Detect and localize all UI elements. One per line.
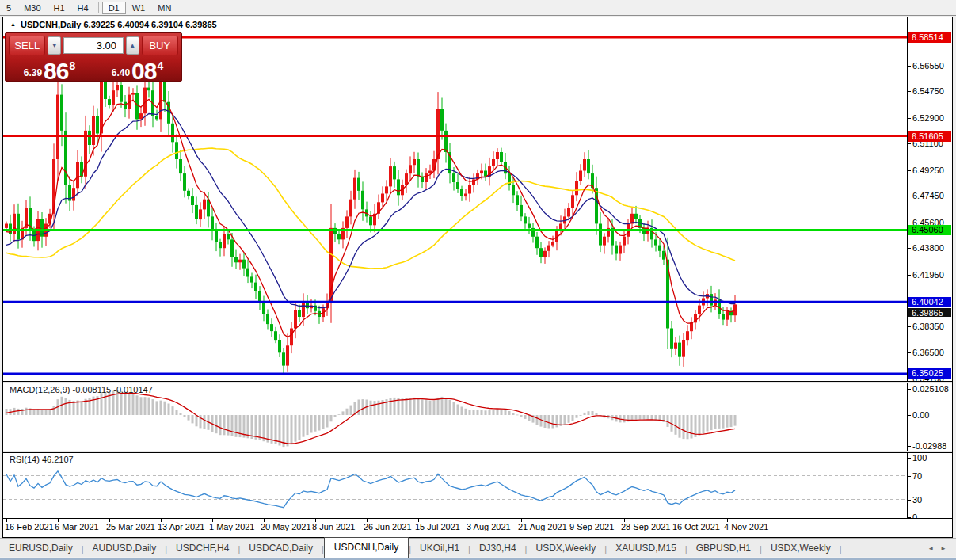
- tab-usdx-weekly[interactable]: USDX,Weekly: [527, 539, 604, 558]
- rsi-axis-label: 30: [912, 495, 922, 505]
- rsi-axis-tick: [908, 500, 911, 501]
- pane-splitter[interactable]: [3, 381, 952, 383]
- tab-scroll-right-icon[interactable]: ►: [940, 545, 946, 552]
- macd-axis-tick: [908, 446, 911, 447]
- tab-audusd-daily[interactable]: AUDUSD,Daily: [84, 539, 166, 558]
- tab-scroll-left-icon[interactable]: ◄: [927, 545, 934, 552]
- macd-axis-label: 0.00: [912, 410, 929, 420]
- macd-axis-tick: [908, 415, 911, 416]
- chart-title: ▲ USDCNH,Daily 6.39225 6.40094 6.39104 6…: [10, 20, 217, 29]
- price-axis-tick: [908, 379, 911, 379]
- tab-gbpusd-h1[interactable]: GBPUSD,H1: [687, 539, 760, 558]
- price-axis-tick: [908, 66, 911, 67]
- buy-price-prefix: 6.40: [112, 67, 130, 78]
- buy-button[interactable]: BUY: [142, 36, 178, 55]
- toolbar-timeframe-5[interactable]: 5: [0, 2, 17, 14]
- pane-splitter[interactable]: [3, 451, 952, 453]
- price-axis-tick: [908, 91, 911, 92]
- date-axis-label: 15 Jul 2021: [415, 522, 460, 531]
- macd-axis-tick: [908, 389, 911, 390]
- buy-price-pip-digit: 4: [157, 59, 163, 72]
- sell-price-display[interactable]: 6.39 86 8: [6, 57, 93, 82]
- date-axis-label: 21 Aug 2021: [518, 522, 567, 531]
- sell-button[interactable]: SELL: [9, 36, 45, 55]
- tab-usdx-weekly[interactable]: USDX,Weekly: [762, 539, 840, 558]
- level-price-badge: 6.35025: [908, 368, 951, 379]
- volume-input[interactable]: [63, 37, 124, 54]
- buy-price-display[interactable]: 6.40 08 4: [94, 57, 181, 82]
- date-axis-label: 9 Sep 2021: [569, 522, 614, 531]
- rsi-axis-label: 70: [912, 471, 922, 481]
- chevron-down-icon: ▼: [51, 42, 58, 49]
- macd-axis-label: -0.02988: [912, 441, 946, 451]
- price-axis-label: 6.52900: [912, 113, 944, 123]
- bid-price-badge: 6.39865: [908, 308, 951, 317]
- price-axis-label: 6.54750: [912, 86, 944, 96]
- price-axis-label: 6.47450: [912, 191, 944, 200]
- collapse-triangle-icon[interactable]: ▲: [10, 21, 16, 27]
- rsi-axis-tick: [908, 476, 911, 477]
- rsi-chart: [3, 453, 907, 518]
- price-pane[interactable]: ▲ USDCNH,Daily 6.39225 6.40094 6.39104 6…: [3, 17, 907, 381]
- price-axis-label: 6.49250: [912, 166, 944, 175]
- status-bar-edge: [0, 557, 956, 560]
- volume-decrease-button[interactable]: ▼: [48, 36, 61, 55]
- buy-price-big-digits: 08: [131, 61, 156, 82]
- tab-xauusd-m15[interactable]: XAUUSD,M15: [607, 539, 685, 558]
- chevron-up-icon: ▲: [129, 42, 135, 49]
- chart-ohlc-values: 6.39225 6.40094 6.39104 6.39865: [83, 20, 216, 29]
- price-axis-label: 6.38350: [912, 322, 944, 331]
- chart-tab-bar: EURUSD,Daily|AUDUSD,Daily|USDCHF,H4|USDC…: [0, 538, 956, 558]
- level-price-badge: 6.58514: [908, 32, 951, 43]
- timeframe-toolbar: 5M30H1H4D1W1MN: [0, 0, 956, 16]
- price-axis-tick: [908, 196, 911, 196]
- one-click-trade-panel: SELL ▼ ▲ BUY 6.39 86 8 6.40 08: [5, 32, 182, 82]
- date-axis-label: 20 May 2021: [261, 522, 311, 531]
- date-axis-label: 16 Feb 2021: [5, 522, 54, 531]
- price-axis[interactable]: 6.565506.547506.529006.511006.492506.474…: [907, 17, 952, 518]
- price-axis-tick: [908, 170, 911, 171]
- price-axis-label: 6.56550: [912, 61, 944, 70]
- tab-usdchf-h4[interactable]: USDCHF,H4: [167, 539, 238, 558]
- toolbar-timeframe-m30[interactable]: M30: [17, 2, 47, 14]
- rsi-axis-tick: [908, 458, 911, 459]
- macd-axis-label: 0.025108: [912, 384, 949, 394]
- level-price-badge: 6.40042: [908, 297, 951, 307]
- sell-price-prefix: 6.39: [24, 67, 42, 78]
- date-axis-label: 1 May 2021: [209, 522, 254, 531]
- date-axis-label: 16 Oct 2021: [672, 522, 720, 531]
- date-axis-label: 26 Jun 2021: [364, 522, 412, 531]
- date-axis-label: 8 Jun 2021: [312, 522, 355, 531]
- price-axis-label: 6.36500: [912, 348, 944, 357]
- date-axis-label: 4 Nov 2021: [724, 522, 768, 531]
- tab-ukoil-h1[interactable]: UKOil,H1: [411, 539, 468, 558]
- price-axis-label: 6.41950: [912, 270, 944, 280]
- toolbar-timeframe-h1[interactable]: H1: [48, 2, 71, 14]
- tab-dj30-h4[interactable]: DJ30,H4: [470, 539, 525, 558]
- date-axis-label: 28 Sep 2021: [621, 522, 670, 531]
- date-axis-label: 13 Apr 2021: [158, 522, 204, 531]
- toolbar-timeframe-h4[interactable]: H4: [71, 2, 95, 14]
- tab-scroll-arrows: ◄►: [927, 545, 956, 558]
- volume-increase-button[interactable]: ▲: [126, 36, 139, 55]
- tab-eurusd-daily[interactable]: EURUSD,Daily: [0, 539, 82, 558]
- rsi-pane[interactable]: RSI(14) 46.2107: [3, 453, 907, 518]
- price-axis-label: 6.43800: [912, 243, 944, 253]
- chart-window: ▲ USDCNH,Daily 6.39225 6.40094 6.39104 6…: [2, 17, 953, 538]
- chart-symbol-label: USDCNH,Daily: [21, 20, 81, 29]
- price-axis-tick: [908, 118, 911, 119]
- price-axis-tick: [908, 143, 911, 144]
- level-price-badge: 6.45060: [908, 225, 951, 235]
- toolbar-timeframe-w1[interactable]: W1: [126, 2, 152, 14]
- macd-pane[interactable]: MACD(12,26,9) -0.008115 -0.010147: [3, 383, 907, 451]
- price-axis-tick: [908, 223, 911, 223]
- sell-price-pip-digit: 8: [69, 59, 75, 72]
- toolbar-timeframe-d1[interactable]: D1: [102, 2, 126, 14]
- toolbar-timeframe-mn[interactable]: MN: [151, 2, 177, 14]
- toolbar-separator: [181, 2, 181, 13]
- date-axis[interactable]: 16 Feb 20216 Mar 202125 Mar 202113 Apr 2…: [3, 518, 952, 536]
- date-axis-label: 6 Mar 2021: [55, 522, 99, 531]
- tab-usdcnh-daily[interactable]: USDCNH,Daily: [324, 537, 409, 558]
- tab-usdcad-daily[interactable]: USDCAD,Daily: [240, 539, 322, 558]
- date-axis-label: 25 Mar 2021: [106, 522, 155, 531]
